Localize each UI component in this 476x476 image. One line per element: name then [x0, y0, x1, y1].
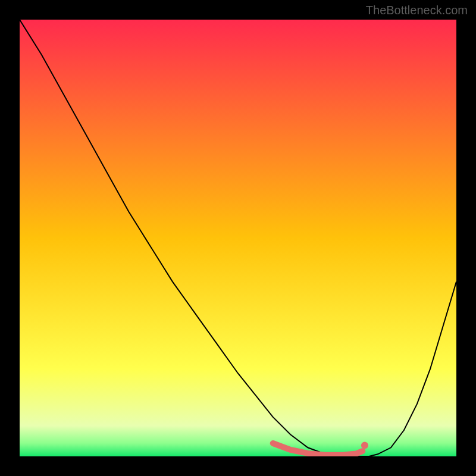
watermark-text: TheBottleneck.com [366, 4, 468, 17]
chart-background [20, 20, 456, 456]
chart-area [20, 20, 456, 456]
chart-svg [20, 20, 456, 456]
highlight-dot [361, 442, 368, 449]
